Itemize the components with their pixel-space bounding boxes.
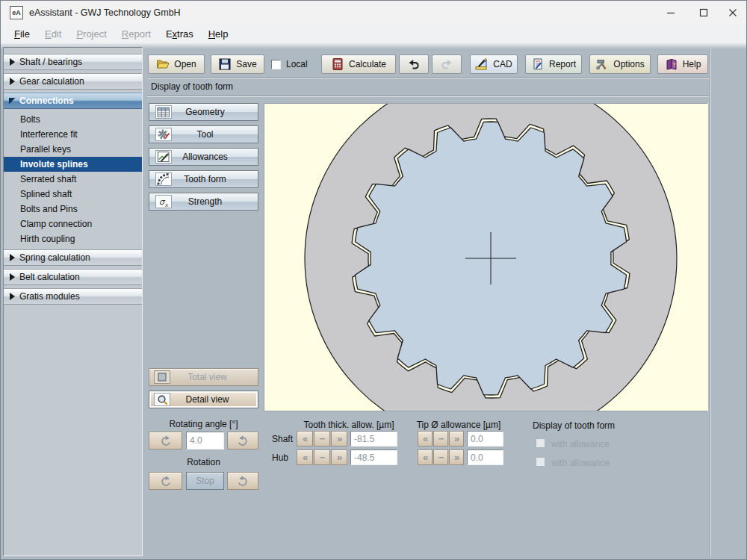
total-view-icon bbox=[154, 370, 170, 384]
sidebar-section-gear-calculation[interactable]: Gear calculation bbox=[4, 73, 142, 90]
strength-label: Strength bbox=[172, 196, 238, 207]
menu-file[interactable]: File bbox=[7, 26, 37, 42]
detail-view-label: Detail view bbox=[176, 394, 238, 405]
save-floppy-icon bbox=[218, 57, 232, 71]
sidebar-section-gratis-modules[interactable]: Gratis modules bbox=[4, 288, 142, 305]
app-window: eA eAssistant - GWJ Technology GmbH File… bbox=[0, 0, 747, 560]
sidebar-item-serrated-shaft[interactable]: Serrated shaft bbox=[4, 172, 142, 187]
shaft-tip-reset-button[interactable]: − bbox=[433, 431, 448, 447]
hub-tip-allowance-input[interactable] bbox=[467, 449, 503, 465]
allowances-chart-icon bbox=[155, 150, 172, 164]
maximize-button[interactable] bbox=[691, 1, 716, 25]
detail-view-button[interactable]: Detail view bbox=[149, 391, 258, 408]
local-checkbox[interactable] bbox=[271, 60, 281, 69]
undo-button[interactable] bbox=[399, 55, 429, 74]
shaft-tip-increase-button[interactable]: » bbox=[449, 431, 464, 447]
open-button[interactable]: Open bbox=[148, 55, 205, 74]
calculate-button[interactable]: Calculate bbox=[321, 55, 396, 74]
rotate-left-step-button[interactable] bbox=[149, 432, 182, 449]
sidebar-item-bolts-and-pins[interactable]: Bolts and Pins bbox=[4, 202, 142, 217]
sidebar-section-shaft-bearings[interactable]: Shaft / bearings bbox=[4, 54, 142, 70]
hub-tip-increase-button[interactable]: » bbox=[449, 449, 464, 465]
stop-rotation-button[interactable]: Stop bbox=[186, 472, 224, 490]
hub-tip-reset-button[interactable]: − bbox=[433, 449, 448, 465]
rotate-right-step-button[interactable] bbox=[227, 432, 258, 449]
save-button[interactable]: Save bbox=[211, 55, 264, 74]
sidebar-item-parallel-keys[interactable]: Parallel keys bbox=[4, 142, 142, 157]
with-allowance-hub-label: with allowance bbox=[551, 458, 610, 468]
tool-label: Tool bbox=[172, 129, 238, 140]
hub-tooth-allowance-input[interactable] bbox=[350, 449, 397, 465]
help-book-icon: ? bbox=[665, 57, 678, 71]
total-view-label: Total view bbox=[176, 372, 238, 382]
sidebar-item-involute-splines[interactable]: Involute splines bbox=[4, 157, 142, 172]
menu-bar: FileEditProjectReportExtrasHelp bbox=[1, 25, 747, 43]
sidebar-item-splined-shaft[interactable]: Splined shaft bbox=[4, 187, 142, 202]
tooth-form-button[interactable]: Tooth form bbox=[149, 170, 258, 188]
sidebar-section-spring-calculation[interactable]: Spring calculation bbox=[4, 249, 142, 266]
report-button[interactable]: Report bbox=[525, 55, 582, 74]
stop-label: Stop bbox=[196, 476, 214, 486]
sidebar-item-clamp-connection[interactable]: Clamp connection bbox=[4, 217, 142, 231]
shaft-tooth-reset-button[interactable]: − bbox=[314, 431, 330, 447]
sidebar-item-interference-fit[interactable]: Interference fit bbox=[4, 127, 142, 142]
rotating-angle-label: Rotating angle [°] bbox=[149, 419, 258, 429]
total-view-button[interactable]: Total view bbox=[149, 368, 258, 386]
redo-icon bbox=[440, 57, 453, 71]
shaft-tooth-allowance-input[interactable] bbox=[350, 431, 397, 447]
local-label: Local bbox=[286, 59, 308, 69]
shaft-tooth-decrease-button[interactable]: « bbox=[297, 431, 313, 447]
geometry-button[interactable]: Geometry bbox=[149, 103, 258, 121]
sidebar-section-label: Belt calculation bbox=[19, 272, 80, 282]
redo-button[interactable] bbox=[432, 55, 462, 74]
expanded-triangle-icon bbox=[9, 98, 16, 105]
shaft-row-label: Shaft bbox=[272, 434, 293, 444]
cad-button[interactable]: CAD bbox=[470, 55, 518, 74]
rotate-cw-button[interactable] bbox=[227, 472, 258, 490]
detail-view-magnifier-icon bbox=[154, 393, 170, 406]
with-allowance-shaft-checkbox[interactable] bbox=[536, 438, 545, 448]
help-button[interactable]: ? Help bbox=[657, 55, 708, 74]
report-document-icon bbox=[531, 57, 545, 71]
hub-row-label: Hub bbox=[272, 452, 288, 463]
sidebar-section-belt-calculation[interactable]: Belt calculation bbox=[4, 269, 142, 285]
minimize-button[interactable] bbox=[658, 1, 684, 25]
sidebar-section-label: Shaft / bearings bbox=[19, 57, 82, 67]
rotate-cw-icon bbox=[237, 475, 249, 488]
shaft-tip-allowance-input[interactable] bbox=[467, 431, 503, 447]
sidebar-section-label: Gratis modules bbox=[19, 291, 80, 302]
save-label: Save bbox=[236, 59, 256, 69]
cad-icon bbox=[475, 57, 489, 71]
tooth-form-gear-icon bbox=[155, 172, 172, 186]
rotation-label: Rotation bbox=[149, 457, 258, 467]
close-button[interactable] bbox=[719, 1, 747, 25]
options-label: Options bbox=[613, 59, 644, 69]
strength-button[interactable]: σ x Strength bbox=[149, 193, 258, 211]
hub-tip-decrease-button[interactable]: « bbox=[418, 449, 433, 465]
geometry-label: Geometry bbox=[172, 107, 238, 117]
with-allowance-hub-checkbox[interactable] bbox=[536, 457, 545, 467]
collapsed-triangle-icon bbox=[10, 78, 15, 85]
options-button[interactable]: Options bbox=[589, 55, 651, 74]
calculate-label: Calculate bbox=[349, 59, 386, 69]
separator-line bbox=[147, 96, 709, 97]
shaft-tooth-increase-button[interactable]: » bbox=[331, 431, 347, 447]
allowances-button[interactable]: Allowances bbox=[149, 148, 258, 166]
menu-extras[interactable]: Extras bbox=[158, 26, 201, 42]
open-label: Open bbox=[174, 59, 196, 69]
display-options-label: Display of tooth form bbox=[533, 420, 615, 431]
hub-tooth-decrease-button[interactable]: « bbox=[297, 449, 313, 465]
sidebar-item-bolts[interactable]: Bolts bbox=[4, 112, 142, 127]
collapsed-triangle-icon bbox=[10, 273, 15, 281]
maximize-icon bbox=[699, 8, 708, 17]
sidebar-item-hirth-coupling[interactable]: Hirth coupling bbox=[4, 231, 142, 246]
rotating-angle-input[interactable] bbox=[186, 432, 224, 449]
menu-help[interactable]: Help bbox=[201, 26, 236, 42]
tool-button[interactable]: Tool bbox=[149, 125, 258, 143]
sidebar-section-connections[interactable]: Connections bbox=[4, 93, 142, 109]
rotate-ccw-button[interactable] bbox=[149, 472, 182, 490]
hub-tooth-increase-button[interactable]: » bbox=[331, 449, 347, 465]
shaft-tip-decrease-button[interactable]: « bbox=[418, 431, 433, 447]
tooth-form-display[interactable] bbox=[264, 103, 707, 411]
hub-tooth-reset-button[interactable]: − bbox=[314, 449, 330, 465]
